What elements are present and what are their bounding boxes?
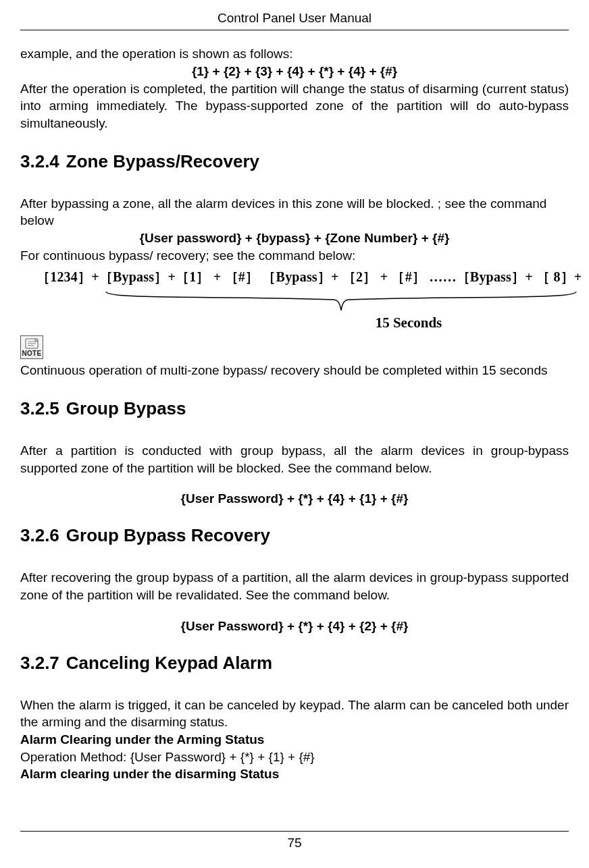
continuous-bypass-formula: ［1234］+［Bypass］+［1］ + ［#］ ［Bypass］+ ［2］ …	[20, 268, 569, 286]
section-num: 3.2.4	[20, 151, 59, 171]
section-num: 3.2.6	[20, 525, 59, 545]
s325-command: {User Password} + {*} + {4} + {1} + {#}	[20, 491, 569, 506]
s324-note-text: Continuous operation of multi-zone bypas…	[20, 362, 569, 379]
s327-sub2: Alarm clearing under the disarming Statu…	[20, 765, 569, 783]
formula-text: ［1234］+［Bypass］+［1］ + ［#］ ［Bypass］+ ［2］ …	[36, 269, 589, 284]
section-num: 3.2.7	[20, 653, 59, 673]
page-header: Control Panel User Manual	[20, 11, 569, 30]
s326-command: {User Password} + {*} + {4} + {2} + {#}	[20, 619, 569, 634]
section-3-2-4-heading: 3.2.4Zone Bypass/Recovery	[20, 151, 569, 172]
section-title: Group Bypass	[66, 398, 186, 418]
section-title: Zone Bypass/Recovery	[66, 151, 259, 171]
page-number: 75	[0, 836, 589, 850]
section-3-2-6-heading: 3.2.6Group Bypass Recovery	[20, 525, 569, 546]
s324-text-2: For continuous bypass/ recovery; see the…	[20, 247, 569, 265]
curly-brace-icon	[105, 290, 578, 312]
intro-text-2: After the operation is completed, the pa…	[20, 80, 569, 132]
s324-text-1: After bypassing a zone, all the alarm de…	[20, 195, 569, 229]
s327-text-1: When the alarm is trigged, it can be can…	[20, 697, 569, 731]
seconds-label: 15 Seconds	[20, 315, 569, 331]
page-footer: 75	[0, 831, 589, 850]
section-title: Canceling Keypad Alarm	[66, 653, 272, 673]
brace-diagram	[20, 290, 569, 312]
section-3-2-7-heading: 3.2.7Canceling Keypad Alarm	[20, 653, 569, 674]
s327-sub1: Alarm Clearing under the Arming Status	[20, 731, 569, 749]
s325-text: After a partition is conducted with grou…	[20, 442, 569, 477]
note-icon: NOTE	[20, 335, 569, 359]
note-page-icon	[22, 337, 42, 350]
s324-command: {User password} + {bypass} + {Zone Numbe…	[20, 231, 569, 246]
intro-text-1: example, and the operation is shown as f…	[20, 45, 569, 63]
note-label: NOTE	[22, 350, 42, 357]
section-num: 3.2.5	[20, 398, 59, 418]
s326-text: After recovering the group bypass of a p…	[20, 569, 569, 603]
section-title: Group Bypass Recovery	[66, 525, 270, 545]
intro-formula: {1} + {2} + {3} + {4} + {*} + {4} + {#}	[20, 64, 569, 79]
section-3-2-5-heading: 3.2.5Group Bypass	[20, 398, 569, 419]
s327-operation: Operation Method: {User Password} + {*} …	[20, 749, 569, 766]
